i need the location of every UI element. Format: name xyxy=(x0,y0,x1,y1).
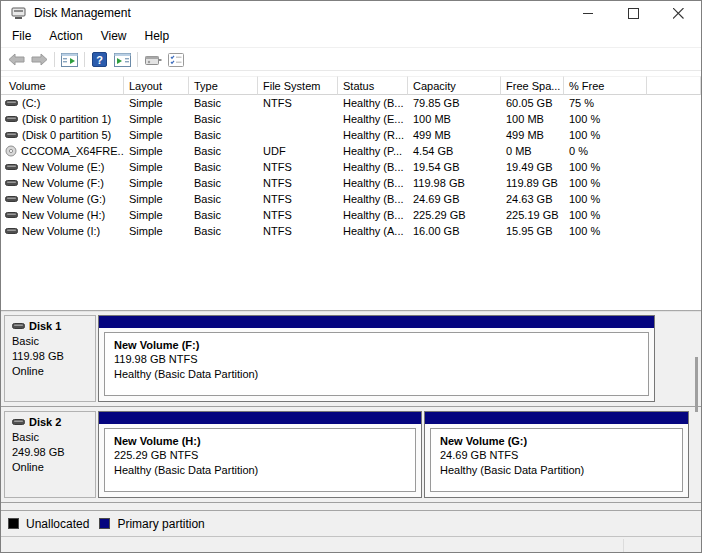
cell-free: 24.63 GB xyxy=(501,193,564,205)
console-tree-icon xyxy=(61,53,78,67)
legend-bar: UnallocatedPrimary partition xyxy=(1,510,701,536)
disk-management-window: Disk Management FileActionViewHelp ? Vol… xyxy=(0,0,702,553)
volume-row[interactable]: (Disk 0 partition 5)SimpleBasicHealthy (… xyxy=(1,127,701,143)
cell-fs: NTFS xyxy=(258,161,338,173)
partition[interactable]: New Volume (F:)119.98 GB NTFSHealthy (Ba… xyxy=(98,315,655,402)
column-header-filler xyxy=(647,76,701,95)
close-button[interactable] xyxy=(656,1,701,25)
disk-icon xyxy=(5,115,18,123)
disk-icon xyxy=(12,418,25,426)
cell-free: 119.89 GB xyxy=(501,177,564,189)
help-toolbar-button[interactable]: ? xyxy=(88,50,111,70)
volume-name: CCCOMA_X64FRE... xyxy=(21,145,124,157)
menu-view[interactable]: View xyxy=(92,26,136,46)
volume-row[interactable]: New Volume (H:)SimpleBasicNTFSHealthy (B… xyxy=(1,207,701,223)
volume-row[interactable]: New Volume (I:)SimpleBasicNTFSHealthy (A… xyxy=(1,223,701,239)
disk-status: Online xyxy=(12,460,95,475)
cell-type: Basic xyxy=(189,209,258,221)
cell-status: Healthy (R... xyxy=(338,129,408,141)
cell-free: 100 MB xyxy=(501,113,564,125)
column-header-type[interactable]: Type xyxy=(189,76,258,95)
minimize-button[interactable] xyxy=(566,1,611,25)
column-header-volume[interactable]: Volume xyxy=(1,76,124,95)
cell-layout: Simple xyxy=(124,177,189,189)
column-header-free-spa-[interactable]: Free Spa... xyxy=(501,76,564,95)
volume-row[interactable]: (Disk 0 partition 1)SimpleBasicHealthy (… xyxy=(1,111,701,127)
disk-row-disk-1: Disk 1Basic119.98 GBOnlineNew Volume (F:… xyxy=(1,312,701,407)
disk-title: Disk 1 xyxy=(12,320,95,332)
checklist-icon xyxy=(168,53,184,67)
volume-row[interactable]: New Volume (E:)SimpleBasicNTFSHealthy (B… xyxy=(1,159,701,175)
popup-window-toolbar-button[interactable] xyxy=(141,50,164,70)
cell-fs: NTFS xyxy=(258,193,338,205)
disk-icon xyxy=(5,99,18,107)
column-header-file-system[interactable]: File System xyxy=(258,76,338,95)
partition-body: New Volume (G:)24.69 GB NTFSHealthy (Bas… xyxy=(430,428,683,492)
cell-type: Basic xyxy=(189,97,258,109)
partition-type-strip xyxy=(99,412,421,424)
volume-name: New Volume (H:) xyxy=(22,209,105,221)
menu-action[interactable]: Action xyxy=(40,26,91,46)
disk-icon xyxy=(12,322,25,330)
disk-type: Basic xyxy=(12,334,95,349)
disk-icon xyxy=(5,163,18,171)
statusbar xyxy=(1,536,701,552)
column-header-capacity[interactable]: Capacity xyxy=(408,76,501,95)
menubar: FileActionViewHelp xyxy=(1,25,701,48)
volume-name: New Volume (F:) xyxy=(22,177,104,189)
cell-free: 15.95 GB xyxy=(501,225,564,237)
forward-icon xyxy=(31,53,48,66)
partition-status: Healthy (Basic Data Partition) xyxy=(114,463,415,478)
cell-pct: 100 % xyxy=(564,177,647,189)
back-toolbar-button[interactable] xyxy=(5,50,28,70)
partition-label: New Volume (F:) xyxy=(114,338,648,352)
menu-help[interactable]: Help xyxy=(136,26,179,46)
checklist-toolbar-button[interactable] xyxy=(164,50,187,70)
legend-label: Unallocated xyxy=(26,517,89,531)
cell-pct: 0 % xyxy=(564,145,647,157)
legend-label: Primary partition xyxy=(117,517,204,531)
cell-status: Healthy (B... xyxy=(338,161,408,173)
cell-capacity: 16.00 GB xyxy=(408,225,501,237)
disk-header[interactable]: Disk 1Basic119.98 GBOnline xyxy=(4,315,96,402)
forward-toolbar-button[interactable] xyxy=(28,50,51,70)
cell-capacity: 119.98 GB xyxy=(408,177,501,189)
cell-capacity: 4.54 GB xyxy=(408,145,501,157)
cell-capacity: 19.54 GB xyxy=(408,161,501,173)
volume-row[interactable]: CCCOMA_X64FRE...SimpleBasicUDFHealthy (P… xyxy=(1,143,701,159)
partition[interactable]: New Volume (G:)24.69 GB NTFSHealthy (Bas… xyxy=(424,411,689,498)
cell-layout: Simple xyxy=(124,225,189,237)
volume-row[interactable]: (C:)SimpleBasicNTFSHealthy (B...79.85 GB… xyxy=(1,95,701,111)
volume-row[interactable]: New Volume (F:)SimpleBasicNTFSHealthy (B… xyxy=(1,175,701,191)
disk-header[interactable]: Disk 2Basic249.98 GBOnline xyxy=(4,411,96,498)
partition[interactable]: New Volume (H:)225.29 GB NTFSHealthy (Ba… xyxy=(98,411,422,498)
volume-name: (Disk 0 partition 1) xyxy=(22,113,111,125)
legend-item-primary: Primary partition xyxy=(99,517,204,531)
cell-fs: NTFS xyxy=(258,225,338,237)
cell-type: Basic xyxy=(189,177,258,189)
maximize-button[interactable] xyxy=(611,1,656,25)
disk-icon xyxy=(5,227,18,235)
column-header-status[interactable]: Status xyxy=(338,76,408,95)
menu-file[interactable]: File xyxy=(3,26,40,46)
cell-layout: Simple xyxy=(124,113,189,125)
partition-label: New Volume (H:) xyxy=(114,434,415,448)
cell-pct: 100 % xyxy=(564,161,647,173)
cell-type: Basic xyxy=(189,161,258,173)
disk-name: Disk 1 xyxy=(29,320,61,332)
console-tree-toolbar-button[interactable] xyxy=(58,50,81,70)
cd-icon xyxy=(5,145,17,157)
cell-type: Basic xyxy=(189,113,258,125)
cell-free: 225.19 GB xyxy=(501,209,564,221)
cell-layout: Simple xyxy=(124,193,189,205)
action-pane-toolbar-button[interactable] xyxy=(111,50,134,70)
cell-layout: Simple xyxy=(124,161,189,173)
cell-volume: (Disk 0 partition 1) xyxy=(1,113,124,125)
unallocated-swatch xyxy=(8,518,19,529)
column-header-layout[interactable]: Layout xyxy=(124,76,189,95)
cell-free: 19.49 GB xyxy=(501,161,564,173)
column-header--free[interactable]: % Free xyxy=(564,76,647,95)
volume-row[interactable]: New Volume (G:)SimpleBasicNTFSHealthy (B… xyxy=(1,191,701,207)
cell-volume: New Volume (F:) xyxy=(1,177,124,189)
partition-type-strip xyxy=(99,316,654,328)
